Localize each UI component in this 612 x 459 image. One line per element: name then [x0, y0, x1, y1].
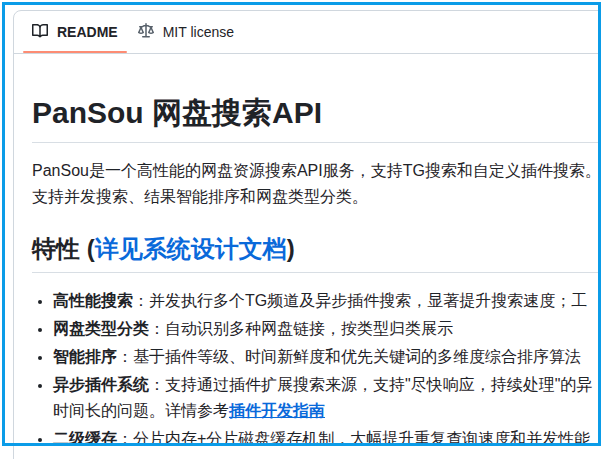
system-design-doc-link[interactable]: 详见系统设计文档 — [95, 235, 287, 262]
plugin-dev-guide-link[interactable]: 插件开发指南 — [229, 402, 325, 419]
intro-paragraph: PanSou是一个高性能的网盘资源搜索API服务，支持TG搜索和自定义插件搜索。… — [32, 158, 601, 210]
page-title: PanSou 网盘搜索API — [32, 94, 601, 143]
feature-term: 异步插件系统 — [53, 376, 149, 393]
feature-desc: ：支持通过插件扩展搜索来源，支持"尽快响应，持续处理"的异 — [149, 376, 592, 393]
feature-term: 高性能搜索 — [53, 292, 133, 309]
feature-desc: ：分片内存+分片磁盘缓存机制，大幅提升重复查询速度和并发性能 — [117, 430, 590, 446]
screenshot-page: README MIT license PanSou 网盘搜索API PanSou… — [0, 0, 612, 459]
list-item: 异步插件系统：支持通过插件扩展搜索来源，支持"尽快响应，持续处理"的异 时间长的… — [53, 372, 601, 424]
law-icon — [138, 23, 154, 42]
features-heading-suffix: ) — [287, 235, 295, 262]
readme-content: PanSou 网盘搜索API PanSou是一个高性能的网盘资源搜索API服务，… — [14, 54, 601, 446]
tab-mit-license-label: MIT license — [163, 24, 234, 40]
feature-desc: ：自动识别多种网盘链接，按类型归类展示 — [149, 320, 453, 337]
feature-desc: ：基于插件等级、时间新鲜度和优先关键词的多维度综合排序算法 — [117, 348, 581, 365]
readme-card: README MIT license PanSou 网盘搜索API PanSou… — [13, 10, 601, 446]
intro-line-2: 支持并发搜索、结果智能排序和网盘类型分类。 — [32, 184, 601, 210]
features-heading: 特性 (详见系统设计文档) — [32, 233, 601, 273]
list-item: 二级缓存：分片内存+分片磁盘缓存机制，大幅提升重复查询速度和并发性能 — [53, 426, 601, 446]
feature-desc-continuation: 时间长的问题。详情参考 — [53, 402, 229, 419]
feature-desc: ：并发执行多个TG频道及异步插件搜索，显著提升搜索速度；工 — [133, 292, 587, 309]
list-item: 网盘类型分类：自动识别多种网盘链接，按类型归类展示 — [53, 316, 601, 342]
list-item: 高性能搜索：并发执行多个TG频道及异步插件搜索，显著提升搜索速度；工 — [53, 288, 601, 314]
card-left-border-continuation — [13, 446, 14, 459]
tab-readme-label: README — [57, 24, 118, 40]
tab-readme[interactable]: README — [22, 11, 128, 53]
highlight-viewport: README MIT license PanSou 网盘搜索API PanSou… — [2, 2, 601, 446]
feature-term: 网盘类型分类 — [53, 320, 149, 337]
readme-tabbar: README MIT license — [14, 11, 601, 54]
features-heading-prefix: 特性 ( — [32, 235, 95, 262]
book-icon — [32, 23, 48, 42]
features-list: 高性能搜索：并发执行多个TG频道及异步插件搜索，显著提升搜索速度；工 网盘类型分… — [32, 288, 601, 446]
list-item: 智能排序：基于插件等级、时间新鲜度和优先关键词的多维度综合排序算法 — [53, 344, 601, 370]
intro-line-1: PanSou是一个高性能的网盘资源搜索API服务，支持TG搜索和自定义插件搜索。 — [32, 158, 601, 184]
feature-term: 二级缓存 — [53, 430, 117, 446]
feature-term: 智能排序 — [53, 348, 117, 365]
tab-mit-license[interactable]: MIT license — [128, 11, 244, 53]
